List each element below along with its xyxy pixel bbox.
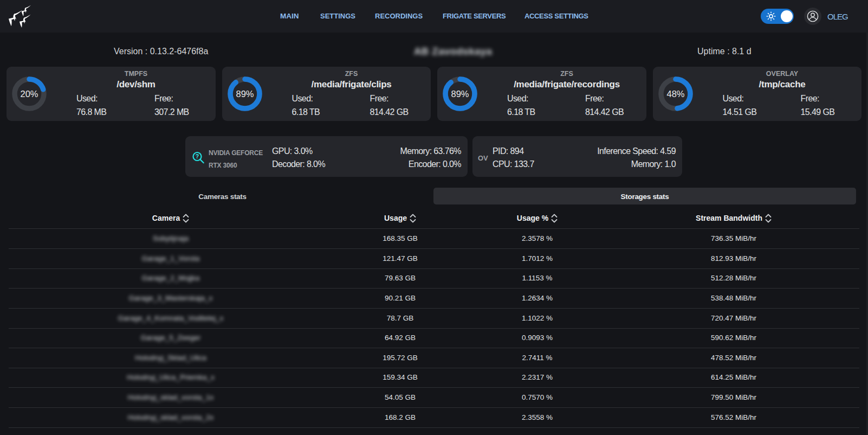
svg-text:20%: 20% <box>20 89 38 99</box>
svg-text:89%: 89% <box>451 89 469 99</box>
svg-text:48%: 48% <box>666 89 684 99</box>
svg-text:89%: 89% <box>236 89 254 99</box>
svg-text:?: ? <box>196 153 199 159</box>
